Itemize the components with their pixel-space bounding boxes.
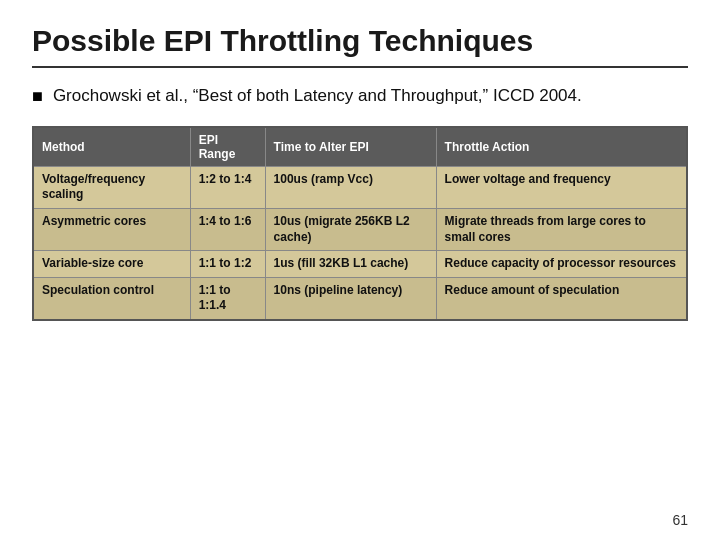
table-cell-3-1: 1:1 to 1:1.4 [190,277,265,319]
epi-table: Method EPI Range Time to Alter EPI Throt… [34,128,686,319]
table-row: Variable-size core1:1 to 1:21us (fill 32… [34,251,686,278]
table-cell-0-1: 1:2 to 1:4 [190,166,265,208]
table-cell-1-1: 1:4 to 1:6 [190,208,265,250]
col-header-time: Time to Alter EPI [265,128,436,167]
table-row: Speculation control1:1 to 1:1.410ns (pip… [34,277,686,319]
slide: Possible EPI Throttling Techniques ■ Gro… [0,0,720,540]
table-cell-1-2: 10us (migrate 256KB L2 cache) [265,208,436,250]
table-cell-1-0: Asymmetric cores [34,208,190,250]
table-cell-0-0: Voltage/frequency scaling [34,166,190,208]
table-row: Voltage/frequency scaling1:2 to 1:4100us… [34,166,686,208]
bullet-icon: ■ [32,86,43,107]
slide-title: Possible EPI Throttling Techniques [32,24,688,68]
table-cell-3-3: Reduce amount of speculation [436,277,686,319]
col-header-action: Throttle Action [436,128,686,167]
table-cell-2-2: 1us (fill 32KB L1 cache) [265,251,436,278]
table-cell-2-3: Reduce capacity of processor resources [436,251,686,278]
table-row: Asymmetric cores1:4 to 1:610us (migrate … [34,208,686,250]
bullet-item: ■ Grochowski et al., “Best of both Laten… [32,84,688,108]
table-cell-2-0: Variable-size core [34,251,190,278]
col-header-method: Method [34,128,190,167]
table-cell-3-2: 10ns (pipeline latency) [265,277,436,319]
col-header-epi-range: EPI Range [190,128,265,167]
table-cell-0-3: Lower voltage and frequency [436,166,686,208]
table-cell-1-3: Migrate threads from large cores to smal… [436,208,686,250]
page-number: 61 [672,512,688,528]
data-table-container: Method EPI Range Time to Alter EPI Throt… [32,126,688,321]
table-cell-0-2: 100us (ramp Vcc) [265,166,436,208]
table-header-row: Method EPI Range Time to Alter EPI Throt… [34,128,686,167]
table-cell-2-1: 1:1 to 1:2 [190,251,265,278]
table-cell-3-0: Speculation control [34,277,190,319]
bullet-text: Grochowski et al., “Best of both Latency… [53,84,582,108]
